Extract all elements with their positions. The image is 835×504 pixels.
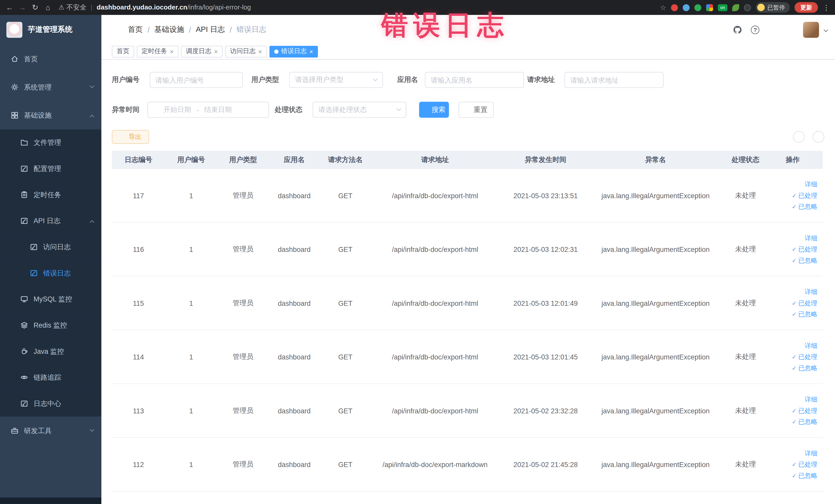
extension-icon-red[interactable] bbox=[671, 4, 678, 11]
cell-user-id: 1 bbox=[165, 438, 217, 491]
browser-menu-icon[interactable]: ⋮ bbox=[823, 3, 830, 11]
action-processed-link[interactable]: ✓已处理 bbox=[792, 299, 817, 308]
edit-icon bbox=[30, 243, 38, 251]
avatar-caret-icon[interactable] bbox=[824, 28, 828, 32]
filter-request-url-input[interactable] bbox=[565, 72, 664, 88]
folder-icon bbox=[20, 138, 28, 146]
cell-user-type: 管理员 bbox=[217, 277, 269, 330]
toolbar-search-toggle-button[interactable] bbox=[793, 131, 805, 143]
filter-date-range-input[interactable]: 开始日期 - 结束日期 bbox=[148, 102, 269, 118]
address-bar[interactable]: dashboard.yudao.iocoder.cn/infra/log/api… bbox=[97, 4, 251, 11]
toolbar-refresh-button[interactable] bbox=[813, 131, 824, 143]
tab-error-log[interactable]: 错误日志× bbox=[269, 45, 318, 57]
cell-actions: 详细 ✓已处理 ✓已忽略 bbox=[772, 438, 823, 491]
filter-user-id-input[interactable] bbox=[150, 72, 243, 88]
sidebar-item-system[interactable]: 系统管理 bbox=[0, 73, 101, 101]
app-header: 首页/ 基础设施/ API 日志/ 错误日志 ? bbox=[101, 15, 835, 45]
sidebar-item-api-logs[interactable]: API 日志 bbox=[0, 208, 101, 234]
view-icon bbox=[797, 343, 803, 349]
sidebar-item-config-manage[interactable]: 配置管理 bbox=[0, 156, 101, 182]
sidebar-item-mysql-monitor[interactable]: MySQL 监控 bbox=[0, 286, 101, 312]
action-processed-link[interactable]: ✓已处理 bbox=[792, 352, 817, 361]
breadcrumb-api-logs[interactable]: API 日志 bbox=[196, 25, 225, 35]
tab-access-log[interactable]: 访问日志× bbox=[225, 45, 267, 57]
fullscreen-icon[interactable] bbox=[768, 25, 777, 35]
sidebar-item-file-manage[interactable]: 文件管理 bbox=[0, 129, 101, 156]
action-detail-link[interactable]: 详细 bbox=[797, 287, 817, 296]
cell-status: 未处理 bbox=[719, 438, 772, 491]
sidebar-item-java-monitor[interactable]: Java 监控 bbox=[0, 338, 101, 364]
extension-icon-leaf[interactable] bbox=[732, 4, 739, 11]
browser-home-button[interactable]: ⌂ bbox=[42, 3, 55, 12]
filter-status-select[interactable]: 请选择处理状态 bbox=[313, 102, 406, 118]
sidebar-item-tracing[interactable]: 链路追踪 bbox=[0, 364, 101, 390]
action-processed-link[interactable]: ✓已处理 bbox=[792, 460, 817, 469]
sidebar-item-redis-monitor[interactable]: Redis 监控 bbox=[0, 312, 101, 338]
tab-dispatch-log[interactable]: 调度日志× bbox=[181, 45, 223, 57]
browser-reload-button[interactable]: ↻ bbox=[29, 3, 42, 12]
action-detail-link[interactable]: 详细 bbox=[797, 395, 817, 404]
action-ignored-link[interactable]: ✓已忽略 bbox=[792, 256, 817, 265]
profile-paused-badge[interactable]: 已暂停 bbox=[756, 2, 790, 13]
security-label[interactable]: 不安全 bbox=[66, 3, 86, 12]
cell-app-name: dashboard bbox=[269, 438, 320, 491]
extension-icon-puzzle[interactable] bbox=[706, 4, 713, 11]
refresh-icon bbox=[465, 106, 471, 113]
action-detail-link[interactable]: 详细 bbox=[797, 180, 817, 189]
close-icon[interactable]: × bbox=[170, 48, 174, 55]
table-row: 112 1 管理员 dashboard GET /api/infra/db-do… bbox=[112, 438, 823, 492]
action-ignored-link[interactable]: ✓已忽略 bbox=[792, 364, 817, 372]
cell-status: 未处理 bbox=[719, 384, 772, 437]
user-avatar[interactable] bbox=[803, 22, 819, 38]
reset-button[interactable]: 重置 bbox=[459, 102, 494, 118]
action-processed-link[interactable]: ✓已处理 bbox=[792, 245, 817, 254]
sidebar-item-home[interactable]: 首页 bbox=[0, 45, 101, 73]
sidebar-collapse-icon[interactable] bbox=[109, 24, 120, 35]
font-size-icon[interactable] bbox=[786, 25, 794, 35]
action-processed-link[interactable]: ✓已处理 bbox=[792, 406, 817, 415]
action-ignored-link[interactable]: ✓已忽略 bbox=[792, 417, 817, 426]
github-icon[interactable] bbox=[733, 25, 742, 35]
search-button[interactable]: 搜索 bbox=[419, 102, 449, 118]
bookmark-star-icon[interactable]: ☆ bbox=[660, 3, 666, 11]
export-button[interactable]: 导出 bbox=[112, 130, 149, 144]
check-icon: ✓ bbox=[792, 311, 796, 317]
table-body: 117 1 管理员 dashboard GET /api/infra/db-do… bbox=[112, 169, 823, 492]
browser-forward-button[interactable]: → bbox=[16, 3, 29, 12]
close-icon[interactable]: × bbox=[258, 48, 262, 55]
cell-actions: 详细 ✓已处理 ✓已忽略 bbox=[772, 384, 823, 437]
close-icon[interactable]: × bbox=[214, 48, 218, 55]
extension-icon-green[interactable] bbox=[694, 4, 701, 11]
extension-icon-paw[interactable] bbox=[744, 4, 751, 11]
action-ignored-link[interactable]: ✓已忽略 bbox=[792, 202, 817, 211]
action-ignored-link[interactable]: ✓已忽略 bbox=[792, 310, 817, 319]
action-detail-link[interactable]: 详细 bbox=[797, 341, 817, 350]
close-icon[interactable]: × bbox=[309, 48, 313, 55]
date-end-placeholder: 结束日期 bbox=[204, 105, 232, 115]
breadcrumb-infrastructure[interactable]: 基础设施 bbox=[154, 25, 184, 35]
browser-back-button[interactable]: ← bbox=[3, 3, 16, 12]
sidebar-item-scheduled-jobs[interactable]: 定时任务 bbox=[0, 182, 101, 208]
sidebar-item-access-log[interactable]: 访问日志 bbox=[0, 234, 101, 260]
action-detail-link[interactable]: 详细 bbox=[797, 449, 817, 458]
extension-icon-blue[interactable] bbox=[683, 4, 690, 11]
help-icon[interactable]: ? bbox=[751, 26, 759, 34]
sidebar-item-log-center[interactable]: 日志中心 bbox=[0, 390, 101, 417]
sidebar-item-error-log[interactable]: 错误日志 bbox=[0, 260, 101, 286]
action-ignored-link[interactable]: ✓已忽略 bbox=[792, 471, 817, 480]
calendar-icon bbox=[153, 106, 160, 113]
browser-update-button[interactable]: 更新 bbox=[794, 2, 818, 13]
sidebar-item-dev-tools[interactable]: 研发工具 bbox=[0, 417, 101, 445]
action-detail-link[interactable]: 详细 bbox=[797, 234, 817, 243]
filter-user-type-select[interactable]: 请选择用户类型 bbox=[289, 72, 383, 88]
extension-icon-on-badge[interactable]: on bbox=[718, 4, 728, 11]
home-icon bbox=[11, 55, 19, 63]
action-processed-link[interactable]: ✓已处理 bbox=[792, 191, 817, 200]
filter-app-name-input[interactable] bbox=[425, 72, 524, 88]
table-header-row: 日志编号 用户编号 用户类型 应用名 请求方法名 请求地址 异常发生时间 异常名… bbox=[112, 151, 823, 169]
search-icon[interactable] bbox=[715, 25, 725, 35]
tab-home[interactable]: 首页 bbox=[112, 45, 134, 57]
sidebar-item-infrastructure[interactable]: 基础设施 bbox=[0, 101, 101, 129]
breadcrumb-home[interactable]: 首页 bbox=[128, 25, 143, 35]
tab-scheduled-jobs[interactable]: 定时任务× bbox=[137, 45, 178, 57]
